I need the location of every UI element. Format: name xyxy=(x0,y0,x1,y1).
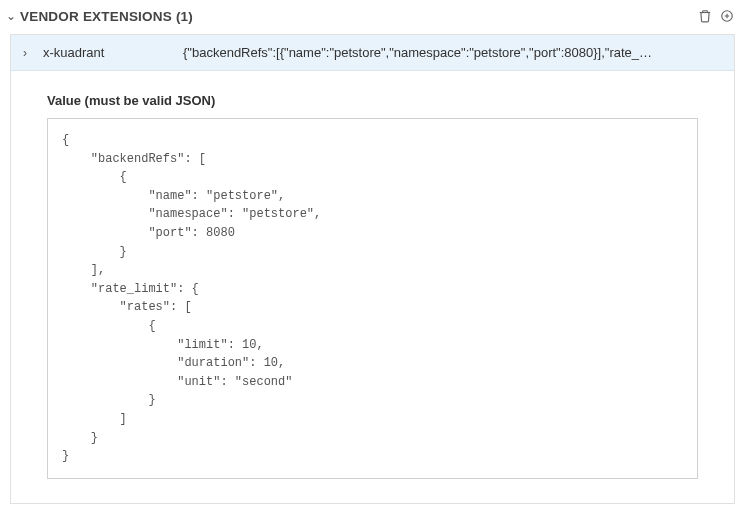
delete-icon[interactable] xyxy=(697,8,713,24)
chevron-right-icon: › xyxy=(23,47,33,59)
extension-row[interactable]: › x-kuadrant {"backendRefs":[{"name":"pe… xyxy=(11,35,734,71)
json-value-input[interactable]: { "backendRefs": [ { "name": "petstore",… xyxy=(47,118,698,479)
extension-detail: Value (must be valid JSON) { "backendRef… xyxy=(11,71,734,503)
section-actions xyxy=(697,8,735,24)
extensions-panel: › x-kuadrant {"backendRefs":[{"name":"pe… xyxy=(10,34,735,504)
add-icon[interactable] xyxy=(719,8,735,24)
section-header-left[interactable]: ⌄ VENDOR EXTENSIONS (1) xyxy=(6,9,193,24)
section-title: VENDOR EXTENSIONS (1) xyxy=(20,9,193,24)
section-header: ⌄ VENDOR EXTENSIONS (1) xyxy=(0,0,745,34)
extension-key: x-kuadrant xyxy=(43,45,173,60)
value-label: Value (must be valid JSON) xyxy=(47,93,698,108)
collapse-icon: ⌄ xyxy=(6,10,16,22)
extension-preview: {"backendRefs":[{"name":"petstore","name… xyxy=(183,45,722,60)
